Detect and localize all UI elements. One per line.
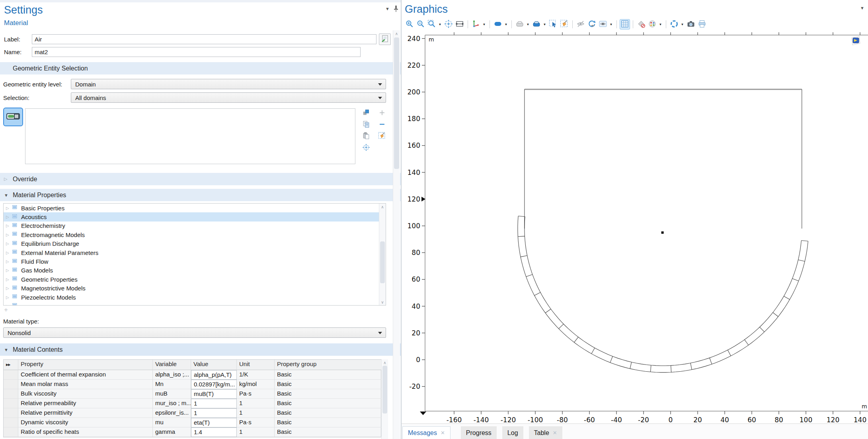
color-palette-button[interactable]	[647, 19, 657, 29]
deselect-box-button[interactable]	[559, 19, 570, 29]
property-group-cell[interactable]: Basic	[275, 399, 382, 408]
material-contents-scrollbar[interactable]: ∧	[381, 359, 388, 439]
row-selector-cell[interactable]	[4, 389, 18, 399]
snapshot-button[interactable]	[686, 19, 696, 29]
material-property-group-item[interactable]: ▷Gas Models	[4, 266, 386, 275]
property-cell[interactable]: Dynamic viscosity	[18, 418, 153, 427]
property-cell[interactable]: Ratio of specific heats	[18, 427, 153, 437]
value-cell[interactable]: 1	[191, 408, 237, 418]
scrollbar-thumb[interactable]	[380, 241, 385, 283]
zoom-to-selection-button[interactable]	[361, 143, 371, 153]
visibility-button[interactable]	[598, 19, 608, 29]
variable-cell[interactable]: mu	[153, 418, 191, 427]
create-selection-button[interactable]	[361, 108, 371, 118]
variable-cell[interactable]: epsilonr_is...	[153, 408, 191, 418]
row-selector-cell[interactable]	[4, 427, 18, 437]
value-cell[interactable]: muB(T)	[191, 389, 237, 399]
settings-menu-arrow-icon[interactable]: ▼	[385, 6, 390, 11]
color-palette-dropdown[interactable]: ▼	[658, 19, 663, 29]
unit-cell[interactable]: 1/K	[237, 370, 275, 380]
row-selector-cell[interactable]	[4, 380, 18, 389]
material-property-group-item[interactable]: ▷Piezoelectric Models	[4, 293, 386, 302]
property-cell[interactable]: Bulk viscosity	[18, 389, 153, 399]
material-property-group-item[interactable]: ▷Magnetostrictive Models	[4, 284, 386, 293]
scene-blue-button[interactable]	[531, 19, 542, 29]
row-selector-cell[interactable]	[4, 408, 18, 418]
property-cell[interactable]: Coefficient of thermal expansion	[18, 370, 153, 380]
entity-level-dropdown[interactable]: Domain	[71, 79, 386, 89]
print-button[interactable]	[697, 19, 707, 29]
clear-plot-button[interactable]	[636, 19, 646, 29]
clear-selection-button[interactable]	[377, 131, 387, 141]
zoom-box-button[interactable]	[427, 19, 437, 29]
unit-cell[interactable]: 1	[237, 408, 275, 418]
section-override[interactable]: ▷ Override	[0, 173, 401, 185]
variable-cell[interactable]: alpha_iso ;...	[153, 370, 191, 380]
material-property-group-item[interactable]: ▷Basic Properties	[4, 204, 386, 212]
material-property-group-item[interactable]: ▷Electromagnetic Models	[4, 230, 386, 239]
plot-export-button[interactable]	[669, 19, 679, 29]
expand-arrow-icon[interactable]: ▷	[6, 286, 12, 290]
scene-gray-button[interactable]	[515, 19, 525, 29]
value-cell[interactable]: 0.02897[kg/m...	[191, 380, 237, 389]
close-icon[interactable]: ✕	[553, 430, 557, 436]
expand-arrow-icon[interactable]: ▷	[6, 295, 12, 300]
row-selector-cell[interactable]	[4, 370, 18, 380]
graphics-menu-arrow-icon[interactable]: ▼	[860, 6, 864, 10]
selection-active-toggle[interactable]	[3, 108, 23, 126]
row-selector-cell[interactable]	[4, 418, 18, 427]
zoom-selected-button[interactable]	[454, 19, 465, 29]
paste-selection-button[interactable]	[361, 131, 371, 141]
tab-log[interactable]: Log	[502, 426, 523, 439]
property-group-cell[interactable]: Basic	[275, 380, 382, 389]
section-material-properties[interactable]: ▼ Material Properties	[0, 189, 401, 201]
list-item-partial[interactable]: ▷	[4, 302, 386, 306]
expand-arrow-icon[interactable]: ▷	[6, 268, 12, 272]
value-cell[interactable]: 1	[191, 399, 237, 408]
scene-blue-dropdown[interactable]: ▼	[542, 19, 547, 29]
add-button[interactable]	[377, 108, 387, 118]
expand-arrow-icon[interactable]: ▷	[6, 215, 12, 219]
settings-panel-scrollbar[interactable]: ∧	[393, 30, 400, 439]
property-group-cell[interactable]: Basic	[275, 408, 382, 418]
material-properties-list[interactable]: ▷Basic Properties▷Acoustics▷Electrochemi…	[3, 203, 386, 306]
scroll-up-icon[interactable]: ∧	[393, 30, 400, 36]
zoom-in-button[interactable]	[404, 19, 415, 29]
expand-arrow-icon[interactable]: ▷	[6, 241, 12, 246]
section-material-contents[interactable]: ▼ Material Contents	[0, 343, 401, 356]
scene-gray-dropdown[interactable]: ▼	[525, 19, 531, 29]
material-property-group-item[interactable]: ▷Equilibrium Discharge	[4, 239, 386, 248]
default-view-dropdown[interactable]: ▼	[482, 19, 487, 29]
expand-arrow-icon[interactable]: ▷	[6, 251, 12, 255]
expand-arrow-icon[interactable]: ▷	[6, 206, 12, 210]
property-cell[interactable]: Mean molar mass	[18, 380, 153, 389]
expand-arrow-icon[interactable]: ▷	[6, 233, 12, 237]
variable-cell[interactable]: Mn	[153, 380, 191, 389]
rename-button[interactable]	[379, 33, 391, 45]
unit-cell[interactable]: 1	[237, 399, 275, 408]
property-group-cell[interactable]: Basic	[275, 427, 382, 437]
selection-dropdown[interactable]: All domains	[71, 92, 386, 103]
visibility-dropdown[interactable]: ▼	[609, 19, 614, 29]
select-box-button[interactable]	[548, 19, 558, 29]
scroll-up-icon[interactable]: ∧	[382, 359, 388, 365]
material-property-group-item[interactable]: ▷Electrochemistry	[4, 221, 386, 230]
scrollbar-thumb[interactable]	[382, 366, 387, 414]
plot-canvas[interactable]: -160-140-120-100-80-60-40-20020406080100…	[402, 30, 868, 422]
scrollbar-thumb[interactable]	[394, 37, 399, 169]
property-group-cell[interactable]: Basic	[275, 389, 382, 399]
variable-cell[interactable]: muB	[153, 389, 191, 399]
add-property-icon[interactable]: +	[4, 306, 8, 314]
unit-cell[interactable]: 1	[237, 427, 275, 437]
unit-cell[interactable]: Pa·s	[237, 389, 275, 399]
view-shortcut-icon[interactable]	[850, 35, 861, 47]
selection-list-box[interactable]	[25, 108, 355, 164]
property-cell[interactable]: Relative permeability	[18, 399, 153, 408]
material-type-dropdown[interactable]: Nonsolid	[3, 327, 386, 338]
scroll-up-icon[interactable]: ∧	[379, 204, 386, 209]
row-selector-cell[interactable]	[4, 399, 18, 408]
tab-table[interactable]: Table✕	[529, 426, 562, 439]
property-group-cell[interactable]: Basic	[275, 418, 382, 427]
material-properties-scrollbar[interactable]: ∧ ∨	[379, 204, 386, 305]
copy-selection-button[interactable]	[361, 120, 371, 129]
